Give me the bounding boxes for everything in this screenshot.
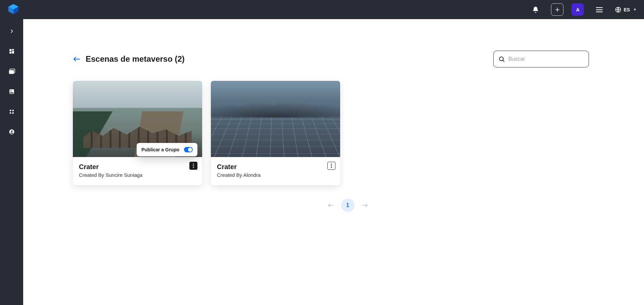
page-title: Escenas de metaverso (2) [86,54,185,64]
avatar-initial: A [576,7,580,12]
svg-point-18 [12,110,14,111]
svg-point-19 [9,112,11,114]
back-arrow-icon[interactable] [73,56,80,62]
topbar: A ES ▼ [0,0,644,19]
scene-creator: Created By Alondra [217,172,334,178]
sidebar-item-account[interactable] [5,125,18,139]
svg-rect-11 [12,51,14,54]
language-label: ES [624,7,630,12]
svg-point-20 [12,112,14,114]
create-button[interactable] [551,3,563,16]
svg-rect-10 [12,49,14,50]
svg-point-30 [331,165,332,166]
scene-card[interactable]: Crater Created By Alondra [211,81,340,185]
scene-title: Crater [217,163,334,171]
page-prev-icon[interactable] [328,203,334,208]
svg-point-28 [193,167,194,168]
sidebar-item-image[interactable] [5,85,18,98]
svg-point-26 [193,163,194,164]
language-selector[interactable]: ES ▼ [615,6,637,13]
chevron-down-icon: ▼ [633,8,637,11]
search-icon [498,56,505,62]
pagination: 1 [73,199,623,212]
svg-point-29 [331,163,332,164]
svg-point-27 [193,165,194,166]
svg-point-17 [9,110,11,111]
main-content: Escenas de metaverso (2) Publicar a Grup… [23,19,644,305]
notifications-icon[interactable] [528,2,543,17]
search-box[interactable] [493,51,589,67]
popover-label: Publicar a Grupo [141,147,179,152]
scene-title: Crater [79,163,196,171]
card-popover: Publicar a Grupo [137,143,197,156]
app-logo[interactable] [7,3,19,16]
sidebar-expand-icon[interactable] [5,24,18,38]
scene-creator: Created By Suncire Suniaga [79,172,196,178]
card-menu-button[interactable] [327,162,335,170]
svg-point-16 [10,90,11,91]
scene-cards: Publicar a Grupo Crater Created By Sunci… [73,81,623,185]
avatar[interactable]: A [571,3,584,16]
scene-thumbnail [211,81,340,157]
menu-icon[interactable] [592,2,607,17]
page-number[interactable]: 1 [341,199,355,212]
sidebar-item-gallery[interactable] [5,65,18,78]
scene-card[interactable]: Publicar a Grupo Crater Created By Sunci… [73,81,202,185]
sidebar-item-dashboard[interactable] [5,45,18,58]
sidebar-item-apps[interactable] [5,105,18,118]
page-next-icon[interactable] [362,203,368,208]
svg-point-22 [11,131,12,132]
page-header: Escenas de metaverso (2) [73,51,623,67]
svg-line-25 [503,60,504,62]
svg-rect-12 [9,52,11,54]
svg-rect-9 [9,49,11,51]
card-menu-button[interactable] [189,162,197,170]
sidebar [0,19,23,305]
publish-toggle[interactable] [184,147,193,152]
svg-point-31 [331,167,332,168]
search-input[interactable] [508,56,584,62]
